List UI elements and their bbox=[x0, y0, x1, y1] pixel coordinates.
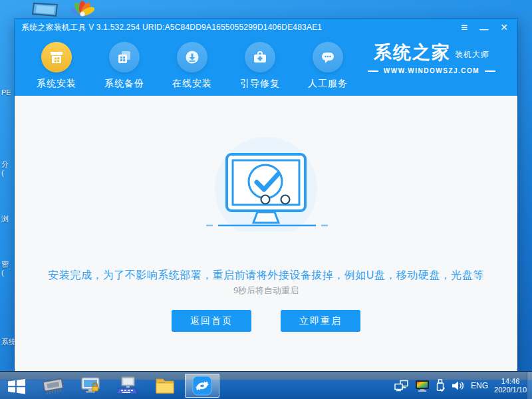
brand-title: 系统之家 bbox=[374, 44, 451, 62]
volume-tray-icon[interactable] bbox=[452, 380, 465, 391]
nav-label: 系统安装 bbox=[33, 78, 80, 90]
nav-item-human-service[interactable]: 人工服务 bbox=[305, 42, 351, 96]
nav-label: 人工服务 bbox=[305, 78, 351, 90]
taskbar-app-file-explorer[interactable] bbox=[148, 374, 182, 398]
desktop-label-fragment: 密 bbox=[1, 259, 15, 269]
minimize-icon[interactable]: — bbox=[479, 25, 488, 33]
desktop-pc-icon[interactable] bbox=[31, 1, 60, 18]
desktop-label-fragment: 分 bbox=[1, 160, 15, 170]
usb-tray-icon[interactable] bbox=[436, 379, 446, 392]
taskbar-app-keyboard[interactable] bbox=[110, 374, 145, 398]
desktop-label-fragment: 系统 bbox=[1, 337, 15, 347]
repair-toolbox-icon bbox=[245, 42, 275, 72]
chat-bubble-icon bbox=[313, 42, 343, 72]
taskbar-app-zhuangji-tool[interactable] bbox=[185, 374, 219, 398]
display-color-tray-icon[interactable] bbox=[415, 380, 430, 392]
nav-item-online-install[interactable]: 在线安装 bbox=[169, 42, 215, 96]
success-monitor-illustration bbox=[160, 125, 372, 231]
desktop-flower-logo-icon[interactable] bbox=[70, 1, 94, 19]
title-bar: 系统之家装机工具 V 3.1.532.254 URID:A5C84DD9A165… bbox=[15, 19, 517, 36]
menu-icon[interactable]: ≡ bbox=[461, 22, 467, 33]
desktop-background: PE 分 ( 浏 密 ( 系统 系统之家装机工具 V 3.1.532.254 U… bbox=[0, 0, 532, 399]
brand-website: WWW.WINDOWSZJ.COM bbox=[384, 67, 479, 74]
folder-icon bbox=[154, 376, 176, 396]
taskbar: ENG 14:46 2020/1/10 bbox=[0, 371, 532, 399]
monitor-lock-icon bbox=[80, 376, 101, 396]
window-title: 系统之家装机工具 V 3.1.532.254 URID:A5C84DD9A165… bbox=[21, 22, 461, 33]
desktop-label-fragment: ( bbox=[1, 269, 15, 277]
restart-countdown: 9秒后将自动重启 bbox=[15, 285, 517, 297]
divider bbox=[368, 70, 378, 72]
desktop-label-fragment: 浏 bbox=[1, 214, 15, 224]
nav-item-system-install[interactable]: 系统安装 bbox=[33, 42, 80, 96]
desktop-label-fragment: PE bbox=[1, 88, 15, 96]
nav-label: 在线安装 bbox=[169, 78, 215, 90]
close-icon[interactable]: ✕ bbox=[500, 23, 508, 32]
main-content: 安装完成，为了不影响系统部署，重启前请将外接设备拔掉，例如U盘，移动硬盘，光盘等… bbox=[15, 96, 517, 371]
divider bbox=[485, 70, 495, 72]
taskbar-app-memory-chip[interactable] bbox=[36, 374, 70, 398]
taskbar-app-display-settings[interactable] bbox=[73, 374, 108, 398]
download-icon bbox=[177, 42, 207, 72]
nav-item-system-backup[interactable]: 系统备份 bbox=[101, 42, 148, 96]
desktop-label-fragment: ( bbox=[1, 169, 15, 177]
show-desktop-button[interactable] bbox=[527, 372, 532, 399]
network-tray-icon[interactable] bbox=[394, 380, 409, 392]
nav-item-boot-repair[interactable]: 引导修复 bbox=[237, 42, 283, 96]
back-home-button[interactable]: 返回首页 bbox=[172, 310, 251, 332]
restart-now-button[interactable]: 立即重启 bbox=[281, 310, 360, 332]
install-complete-message: 安装完成，为了不影响系统部署，重启前请将外接设备拔掉，例如U盘，移动硬盘，光盘等 bbox=[15, 269, 517, 283]
nav-label: 系统备份 bbox=[101, 78, 148, 90]
clock[interactable]: 14:46 2020/1/10 bbox=[494, 377, 527, 394]
nav-bar: 系统安装 系统备份 bbox=[15, 36, 517, 96]
package-icon bbox=[41, 42, 72, 72]
brand-subtitle: 装机大师 bbox=[455, 49, 489, 62]
nav-label: 引导修复 bbox=[237, 78, 283, 90]
clock-time: 14:46 bbox=[494, 377, 527, 386]
brand-logo: 系统之家 装机大师 WWW.WINDOWSZJ.COM bbox=[363, 44, 500, 74]
backup-icon bbox=[109, 42, 140, 72]
language-indicator[interactable]: ENG bbox=[471, 381, 488, 390]
installer-window: 系统之家装机工具 V 3.1.532.254 URID:A5C84DD9A165… bbox=[15, 19, 517, 371]
windows-logo-icon bbox=[7, 378, 26, 395]
clock-date: 2020/1/10 bbox=[494, 386, 527, 394]
start-button[interactable] bbox=[4, 377, 29, 396]
keyboard-monitor-icon bbox=[117, 376, 138, 396]
zhuangji-swirl-icon bbox=[192, 376, 212, 396]
memory-chip-icon bbox=[42, 376, 65, 396]
